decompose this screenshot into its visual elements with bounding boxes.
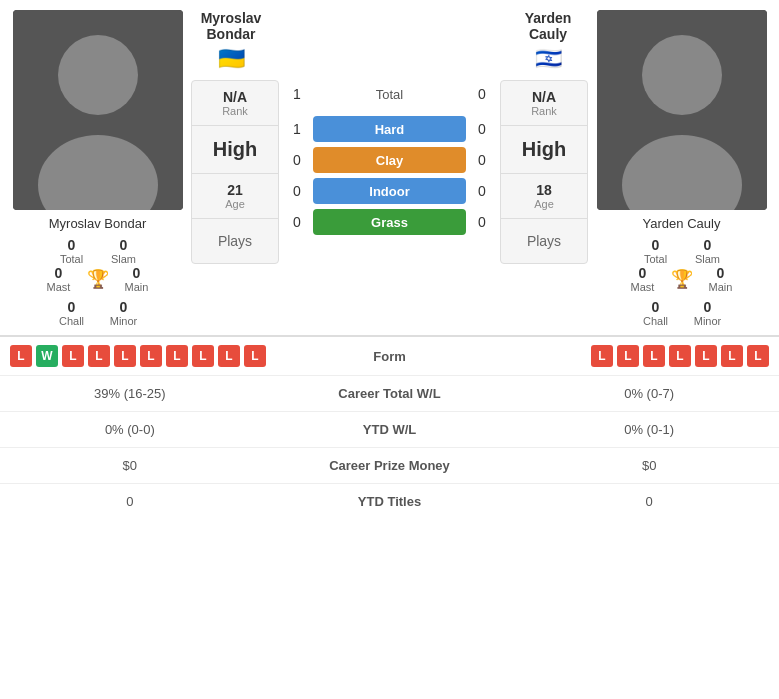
form-label: Form (300, 349, 480, 364)
form-badge-right: L (695, 345, 717, 367)
left-stat-mast: 0 Mast (39, 265, 79, 293)
left-info-panel: N/A Rank High 21 Age Plays (191, 80, 279, 264)
hard-badge: Hard (313, 116, 466, 142)
left-stat-minor: 0 Minor (104, 299, 144, 327)
total-score-row: 1 Total 0 (285, 80, 494, 108)
left-trophy-row: 0 Mast 🏆 0 Main (39, 265, 157, 293)
right-plays-cell: Plays (501, 219, 587, 263)
indoor-badge: Indoor (313, 178, 466, 204)
left-center-name: Myroslav Bondar (191, 10, 271, 42)
right-player-name: Yarden Cauly (643, 216, 721, 231)
left-rank-cell: N/A Rank (192, 81, 278, 126)
table-left-value: 0 (0, 484, 260, 520)
left-plays-cell: Plays (192, 219, 278, 263)
right-name-flag: Yarden Cauly 🇮🇱 (508, 10, 588, 72)
total-label: Total (309, 87, 470, 102)
right-stat-mast: 0 Mast (623, 265, 663, 293)
table-row: 0% (0-0)YTD W/L0% (0-1) (0, 412, 779, 448)
table-center-label: YTD W/L (260, 412, 520, 448)
form-badge-right: L (669, 345, 691, 367)
right-stat-slam: 0 Slam (688, 237, 728, 265)
indoor-score-row: 0 Indoor 0 (285, 177, 494, 205)
grass-badge: Grass (313, 209, 466, 235)
table-row: 39% (16-25)Career Total W/L0% (0-7) (0, 376, 779, 412)
right-flag: 🇮🇱 (508, 46, 588, 72)
left-chall-minor: 0 Chall 0 Minor (10, 299, 185, 327)
right-stat-minor: 0 Minor (688, 299, 728, 327)
score-courts-area: N/A Rank High 21 Age Plays 1 (191, 80, 588, 264)
right-form-badges: LLLLLLL (480, 345, 770, 367)
courts-center: 1 Total 0 1 Hard 0 0 Clay 0 0 (285, 80, 494, 264)
table-right-value: 0% (0-1) (519, 412, 779, 448)
right-rank-cell: N/A Rank (501, 81, 587, 126)
table-left-value: 0% (0-0) (0, 412, 260, 448)
form-badge-right: L (643, 345, 665, 367)
right-player-area: Yarden Cauly 0 Total 0 Slam 0 Mast 🏆 0 M… (594, 10, 769, 327)
table-center-label: Career Prize Money (260, 448, 520, 484)
form-badge-left: L (218, 345, 240, 367)
left-name-flag: Myroslav Bondar 🇺🇦 (191, 10, 271, 72)
left-form-badges: LWLLLLLLLL (10, 345, 300, 367)
names-row: Myroslav Bondar 🇺🇦 Yarden Cauly 🇮🇱 (191, 10, 588, 72)
left-stat-slam: 0 Slam (104, 237, 144, 265)
clay-score-row: 0 Clay 0 (285, 146, 494, 174)
table-left-value: 39% (16-25) (0, 376, 260, 412)
left-avatar (13, 10, 183, 210)
left-stat-total: 0 Total (52, 237, 92, 265)
table-right-value: 0 (519, 484, 779, 520)
form-badge-left: L (62, 345, 84, 367)
table-left-value: $0 (0, 448, 260, 484)
form-badge-right: L (747, 345, 769, 367)
right-avatar (597, 10, 767, 210)
right-trophy-icon: 🏆 (671, 268, 693, 290)
right-player-stats: 0 Total 0 Slam (594, 237, 769, 265)
left-player-stats: 0 Total 0 Slam (10, 237, 185, 265)
form-badge-right: L (617, 345, 639, 367)
form-badge-left: L (244, 345, 266, 367)
form-badge-left: L (10, 345, 32, 367)
right-stat-main: 0 Main (701, 265, 741, 293)
stats-table: 39% (16-25)Career Total W/L0% (0-7)0% (0… (0, 375, 779, 519)
svg-point-4 (642, 35, 722, 115)
left-stat-chall: 0 Chall (52, 299, 92, 327)
table-center-label: YTD Titles (260, 484, 520, 520)
left-high-cell: High (192, 126, 278, 174)
right-chall-minor: 0 Chall 0 Minor (594, 299, 769, 327)
hard-score-row: 1 Hard 0 (285, 115, 494, 143)
right-stat-total: 0 Total (636, 237, 676, 265)
form-badge-left: L (140, 345, 162, 367)
right-age-cell: 18 Age (501, 174, 587, 219)
left-age-cell: 21 Age (192, 174, 278, 219)
right-info-panel: N/A Rank High 18 Age Plays (500, 80, 588, 264)
right-stat-chall: 0 Chall (636, 299, 676, 327)
svg-point-1 (58, 35, 138, 115)
table-row: $0Career Prize Money$0 (0, 448, 779, 484)
left-trophy-icon: 🏆 (87, 268, 109, 290)
left-player-area: Myroslav Bondar 0 Total 0 Slam 0 Mast 🏆 … (10, 10, 185, 327)
grass-score-row: 0 Grass 0 (285, 208, 494, 236)
left-stat-main: 0 Main (117, 265, 157, 293)
form-badge-left: L (192, 345, 214, 367)
form-section: LWLLLLLLLL Form LLLLLLL (0, 335, 779, 375)
table-row: 0YTD Titles0 (0, 484, 779, 520)
right-high-cell: High (501, 126, 587, 174)
left-player-name: Myroslav Bondar (49, 216, 147, 231)
form-badge-left: L (166, 345, 188, 367)
form-badge-right: L (591, 345, 613, 367)
left-flag: 🇺🇦 (191, 46, 271, 72)
table-right-value: 0% (0-7) (519, 376, 779, 412)
right-center-name: Yarden Cauly (508, 10, 588, 42)
right-trophy-row: 0 Mast 🏆 0 Main (623, 265, 741, 293)
players-comparison-section: Myroslav Bondar 0 Total 0 Slam 0 Mast 🏆 … (0, 0, 779, 327)
table-center-label: Career Total W/L (260, 376, 520, 412)
table-right-value: $0 (519, 448, 779, 484)
form-badge-left: L (88, 345, 110, 367)
clay-badge: Clay (313, 147, 466, 173)
center-area: Myroslav Bondar 🇺🇦 Yarden Cauly 🇮🇱 N/A R… (191, 10, 588, 327)
form-badge-right: L (721, 345, 743, 367)
form-badge-left: L (114, 345, 136, 367)
form-badge-left: W (36, 345, 58, 367)
